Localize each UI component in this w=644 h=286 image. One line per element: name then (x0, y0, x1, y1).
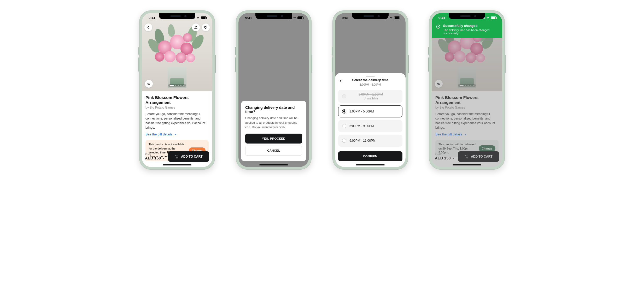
price-label: Price (435, 153, 455, 156)
svg-point-6 (466, 158, 467, 158)
price-label: Price (145, 153, 165, 156)
product-brand: by Big Potato Games (435, 106, 499, 109)
time-option[interactable]: 1:00PM - 5:00PM (338, 105, 402, 117)
confirm-button[interactable]: CONFIRM (338, 151, 402, 161)
chevron-down-icon (174, 133, 177, 136)
device-frame: 9:41 (139, 10, 215, 170)
check-circle-icon (436, 24, 441, 29)
price-value[interactable]: AED 150 (145, 156, 165, 160)
price-value[interactable]: AED 150 (435, 156, 455, 160)
product-title: Pink Blossom Flowers Arrangement (435, 95, 499, 105)
dialog-yes-button[interactable]: YES, PROCEED (245, 134, 302, 144)
product-description: Before you go, consider the meaningful c… (435, 112, 499, 130)
toast-body: The delivery time has been changed succe… (443, 28, 498, 35)
device-frame: 9:41 Select the delivery time 1:00PM - 5… (332, 10, 408, 170)
wifi-icon (293, 16, 296, 19)
share-button[interactable] (192, 23, 200, 31)
product-title: Pink Blossom Flowers Arrangement (145, 95, 209, 105)
zoom-button[interactable] (145, 80, 153, 88)
dialog-title: Changing delivery date and time? (245, 105, 302, 114)
svg-point-2 (176, 158, 177, 158)
toast-title: Successfully changed (443, 24, 498, 28)
status-time: 9:41 (149, 16, 155, 20)
device-frame: 9:41 Changing delivery date and time? Ch… (236, 10, 312, 170)
product-hero (142, 13, 212, 91)
sheet-title: Select the delivery time (338, 78, 402, 82)
radio-icon (342, 124, 346, 128)
time-option-disabled: 9:00AM - 1:00PM Unavailable (338, 90, 402, 103)
time-option[interactable]: 9:00PM - 11:00PM (338, 135, 402, 147)
time-option[interactable]: 5:00PM - 9:00PM (338, 120, 402, 132)
battery-icon (201, 16, 207, 19)
chevron-down-icon (452, 157, 455, 160)
radio-icon (342, 109, 346, 114)
gift-details-link[interactable]: See the gift details (435, 133, 499, 136)
cart-icon (465, 154, 469, 159)
status-time: 9:41 (342, 16, 349, 20)
wifi-icon (486, 16, 490, 19)
product-description: Before you go, consider the meaningful c… (145, 112, 209, 130)
status-time: 9:41 (245, 16, 252, 20)
svg-point-3 (178, 158, 178, 158)
add-to-cart-button[interactable]: ADD TO CART (458, 151, 499, 162)
dialog-body: Changing delivery date and time will be … (245, 116, 302, 129)
cart-icon (175, 154, 179, 159)
battery-icon (297, 16, 303, 19)
add-to-cart-button[interactable]: ADD TO CART (168, 151, 209, 162)
change-delivery-button[interactable]: Change (479, 145, 495, 152)
wifi-icon (196, 16, 200, 19)
svg-point-8 (436, 25, 440, 28)
dialog-cancel-button[interactable]: CANCEL (245, 146, 302, 156)
chevron-down-icon (162, 157, 165, 160)
status-time: 9:41 (438, 16, 445, 20)
image-pagination[interactable] (458, 84, 476, 87)
sheet-back-button[interactable] (339, 79, 343, 84)
image-pagination[interactable] (168, 84, 186, 87)
sheet-grip[interactable] (366, 76, 375, 77)
product-brand: by Big Potato Games (145, 106, 209, 109)
gift-details-link[interactable]: See the gift details (145, 133, 209, 136)
device-frame: 9:41 (429, 10, 505, 170)
back-button[interactable] (144, 23, 152, 31)
zoom-button[interactable] (435, 80, 443, 88)
battery-icon (491, 16, 496, 19)
favorite-button[interactable] (202, 23, 210, 31)
radio-icon (342, 94, 346, 98)
confirm-dialog: Changing delivery date and time? Changin… (241, 101, 306, 161)
delivery-time-sheet: Select the delivery time 1:00PM - 5:00PM… (335, 73, 406, 167)
battery-icon (394, 16, 400, 19)
wifi-icon (389, 16, 393, 19)
sheet-subtitle: 1:00PM - 5:00PM (360, 83, 381, 86)
svg-point-7 (467, 158, 468, 158)
chevron-down-icon (464, 133, 467, 136)
radio-icon (342, 139, 346, 143)
